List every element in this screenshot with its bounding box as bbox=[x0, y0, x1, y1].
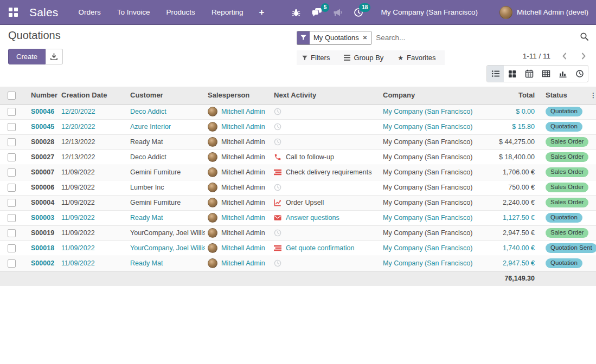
row-checkbox[interactable] bbox=[8, 123, 16, 131]
header-number[interactable]: Number bbox=[26, 87, 59, 104]
view-activity-button[interactable] bbox=[571, 66, 588, 82]
table-row[interactable]: S00045 12/20/2022 Azure Interior Mitchel… bbox=[0, 119, 596, 134]
view-calendar-button[interactable] bbox=[521, 66, 537, 82]
quotation-number[interactable]: S00028 bbox=[26, 134, 59, 150]
row-checkbox[interactable] bbox=[8, 184, 16, 192]
quotation-number[interactable]: S00019 bbox=[26, 225, 59, 240]
quotation-number[interactable]: S00018 bbox=[26, 240, 59, 256]
user-menu[interactable]: Mitchell Admin (devel) bbox=[499, 6, 588, 19]
header-customer[interactable]: Customer bbox=[127, 87, 205, 104]
customer-name[interactable]: Gemini Furniture bbox=[127, 165, 205, 180]
customer-name[interactable]: Deco Addict bbox=[127, 150, 205, 165]
table-row[interactable]: S00018 11/09/2022 YourCompany, Joel Will… bbox=[0, 240, 596, 256]
activity-icon[interactable] bbox=[274, 108, 281, 115]
quotation-number[interactable]: S00003 bbox=[26, 210, 59, 225]
row-checkbox[interactable] bbox=[8, 244, 16, 252]
customer-name[interactable]: Lumber Inc bbox=[127, 180, 205, 195]
activity-icon[interactable] bbox=[274, 168, 281, 176]
quotation-number[interactable]: S00045 bbox=[26, 119, 59, 134]
quotation-number[interactable]: S00004 bbox=[26, 195, 59, 210]
menu-plus-icon[interactable]: + bbox=[251, 7, 272, 18]
menu-to-invoice[interactable]: To Invoice bbox=[109, 0, 158, 24]
activity-label[interactable]: Check delivery requirements bbox=[286, 168, 371, 176]
creation-date: 12/20/2022 bbox=[59, 119, 127, 134]
select-all-checkbox[interactable] bbox=[8, 92, 16, 100]
activity-label[interactable]: Answer questions bbox=[286, 214, 339, 222]
customer-name[interactable]: Azure Interior bbox=[127, 119, 205, 134]
table-row[interactable]: S00028 12/13/2022 Ready Mat Mitchell Adm… bbox=[0, 134, 596, 150]
quotation-number[interactable]: S00007 bbox=[26, 165, 59, 180]
table-row[interactable]: S00006 11/09/2022 Lumber Inc Mitchell Ad… bbox=[0, 180, 596, 195]
table-row[interactable]: S00007 11/09/2022 Gemini Furniture Mitch… bbox=[0, 165, 596, 180]
activity-icon[interactable] bbox=[274, 153, 281, 161]
row-checkbox[interactable] bbox=[8, 199, 16, 207]
customer-name[interactable]: Deco Addict bbox=[127, 104, 205, 119]
header-creation-date[interactable]: Creation Date bbox=[59, 87, 127, 104]
menu-orders[interactable]: Orders bbox=[71, 0, 109, 24]
header-status[interactable]: Status bbox=[537, 87, 590, 104]
header-total[interactable]: Total bbox=[480, 87, 537, 104]
search-input[interactable] bbox=[371, 34, 578, 42]
quotation-number[interactable]: S00027 bbox=[26, 150, 59, 165]
announcement-megaphone-icon[interactable] bbox=[328, 8, 348, 17]
messages-icon[interactable]: 5 bbox=[306, 8, 328, 17]
view-list-button[interactable] bbox=[487, 66, 504, 82]
activity-icon[interactable] bbox=[274, 199, 281, 206]
export-button[interactable] bbox=[46, 49, 63, 64]
table-row[interactable]: S00004 11/09/2022 Gemini Furniture Mitch… bbox=[0, 195, 596, 210]
group-by-button[interactable]: Group By bbox=[344, 54, 383, 62]
row-checkbox[interactable] bbox=[8, 153, 16, 161]
activity-icon[interactable] bbox=[274, 123, 281, 131]
view-pivot-button[interactable] bbox=[537, 66, 554, 82]
favorites-button[interactable]: ★ Favorites bbox=[398, 54, 435, 62]
quotation-number[interactable]: S00046 bbox=[26, 104, 59, 119]
customer-name[interactable]: Ready Mat bbox=[127, 210, 205, 225]
table-row[interactable]: S00002 11/09/2022 Ready Mat Mitchell Adm… bbox=[0, 256, 596, 271]
activity-label[interactable]: Call to follow-up bbox=[286, 153, 334, 161]
table-row[interactable]: S00046 12/20/2022 Deco Addict Mitchell A… bbox=[0, 104, 596, 119]
activity-icon[interactable] bbox=[274, 214, 281, 222]
header-company[interactable]: Company bbox=[380, 87, 480, 104]
view-graph-button[interactable] bbox=[554, 66, 571, 82]
row-checkbox[interactable] bbox=[8, 138, 16, 146]
quotation-number[interactable]: S00002 bbox=[26, 256, 59, 271]
pager-previous-icon[interactable] bbox=[560, 52, 569, 60]
quotation-number[interactable]: S00006 bbox=[26, 180, 59, 195]
row-checkbox[interactable] bbox=[8, 229, 16, 237]
customer-name[interactable]: YourCompany, Joel Willis bbox=[127, 225, 205, 240]
customer-name[interactable]: Gemini Furniture bbox=[127, 195, 205, 210]
menu-reporting[interactable]: Reporting bbox=[203, 0, 252, 24]
row-checkbox[interactable] bbox=[8, 214, 16, 222]
table-row[interactable]: S00019 11/09/2022 YourCompany, Joel Will… bbox=[0, 225, 596, 240]
activity-icon[interactable] bbox=[274, 229, 281, 237]
table-row[interactable]: S00003 11/09/2022 Ready Mat Mitchell Adm… bbox=[0, 210, 596, 225]
activity-icon[interactable] bbox=[274, 138, 281, 146]
customer-name[interactable]: Ready Mat bbox=[127, 134, 205, 150]
company-switcher[interactable]: My Company (San Francisco) bbox=[381, 8, 478, 16]
apps-menu-icon[interactable] bbox=[9, 8, 18, 17]
pager-next-icon[interactable] bbox=[579, 52, 588, 60]
filters-button[interactable]: Filters bbox=[302, 54, 330, 62]
row-checkbox[interactable] bbox=[8, 108, 16, 116]
table-row[interactable]: S00027 12/13/2022 Deco Addict Mitchell A… bbox=[0, 150, 596, 165]
optional-columns-icon[interactable]: ⋮ bbox=[590, 87, 596, 104]
row-checkbox[interactable] bbox=[8, 259, 16, 268]
customer-name[interactable]: YourCompany, Joel Willis bbox=[127, 240, 205, 256]
customer-name[interactable]: Ready Mat bbox=[127, 256, 205, 271]
activity-icon[interactable] bbox=[274, 244, 281, 252]
facet-remove-icon[interactable]: ✕ bbox=[363, 35, 367, 41]
activity-icon[interactable] bbox=[274, 184, 281, 191]
header-salesperson[interactable]: Salesperson bbox=[205, 87, 271, 104]
create-button[interactable]: Create bbox=[8, 49, 46, 64]
activity-label[interactable]: Order Upsell bbox=[286, 199, 324, 206]
app-name[interactable]: Sales bbox=[29, 6, 59, 19]
row-checkbox[interactable] bbox=[8, 168, 16, 177]
activities-clock-icon[interactable]: 18 bbox=[348, 8, 369, 17]
menu-products[interactable]: Products bbox=[158, 0, 203, 24]
search-icon[interactable] bbox=[578, 32, 591, 43]
activity-label[interactable]: Get quote confirmation bbox=[286, 244, 354, 252]
debug-bug-icon[interactable] bbox=[286, 8, 306, 17]
activity-icon[interactable] bbox=[274, 259, 281, 267]
header-next-activity[interactable]: Next Activity bbox=[271, 87, 380, 104]
view-kanban-button[interactable] bbox=[504, 66, 521, 82]
